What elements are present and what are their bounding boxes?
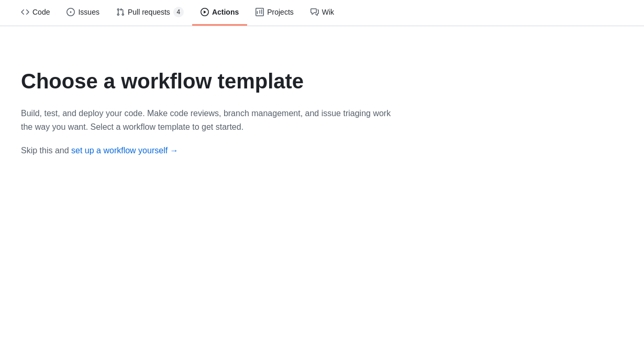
actions-icon — [201, 8, 209, 16]
page-description: Build, test, and deploy your code. Make … — [21, 107, 398, 133]
nav-item-projects[interactable]: Projects — [247, 0, 302, 26]
nav-issues-label: Issues — [78, 8, 99, 16]
pr-icon — [116, 8, 125, 16]
wiki-icon — [310, 8, 319, 16]
projects-icon — [256, 8, 264, 16]
nav-item-pull-requests[interactable]: Pull requests 4 — [108, 0, 192, 26]
code-icon — [21, 8, 29, 16]
issues-icon — [66, 8, 75, 16]
skip-text: Skip this and — [21, 146, 71, 155]
nav-actions-label: Actions — [212, 8, 239, 16]
main-content: Choose a workflow template Build, test, … — [0, 26, 471, 176]
nav-item-code[interactable]: Code — [13, 0, 58, 26]
nav-item-actions[interactable]: Actions — [192, 0, 247, 26]
page-heading: Choose a workflow template — [21, 68, 450, 94]
nav-wiki-label: Wik — [322, 8, 334, 16]
nav-projects-label: Projects — [267, 8, 294, 16]
nav-pr-label: Pull requests — [128, 8, 170, 16]
skip-line: Skip this and set up a workflow yourself… — [21, 146, 450, 155]
skip-workflow-link[interactable]: set up a workflow yourself → — [71, 146, 179, 155]
nav-bar: Code Issues Pull requests 4 Actions — [0, 0, 644, 26]
nav-item-wiki[interactable]: Wik — [302, 0, 342, 26]
pr-badge: 4 — [173, 7, 184, 17]
nav-code-label: Code — [32, 8, 50, 16]
nav-item-issues[interactable]: Issues — [58, 0, 107, 26]
